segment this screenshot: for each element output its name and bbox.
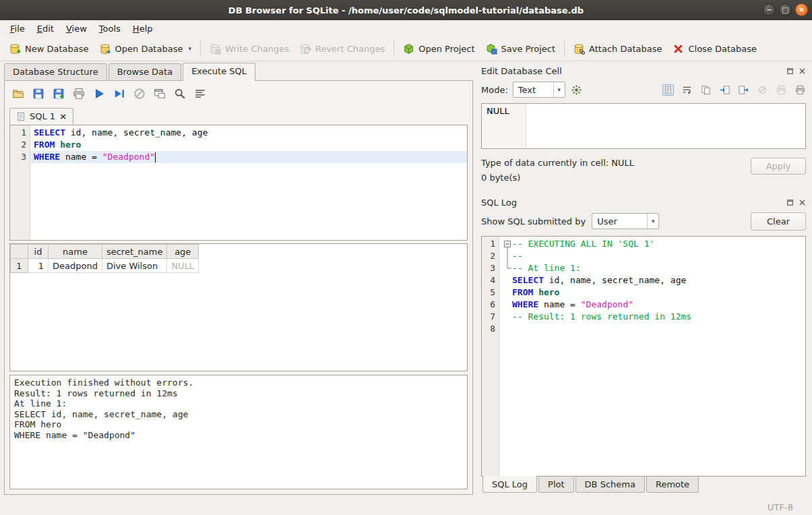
apply-format-icon[interactable] (570, 84, 583, 96)
code-line[interactable]: FROM hero (30, 139, 467, 151)
close-panel-icon[interactable] (799, 199, 806, 206)
line-number: 2 (10, 139, 26, 151)
token: -- EXECUTING ALL IN 'SQL 1' (512, 238, 654, 250)
revert-changes-label: Revert Changes (315, 44, 385, 54)
fold-start-icon[interactable] (503, 238, 512, 250)
table-cell[interactable]: NULL (167, 259, 199, 273)
export-cell-icon[interactable] (738, 84, 749, 96)
column-header-age[interactable]: age (167, 245, 199, 259)
save-project-button[interactable]: Save Project (480, 40, 561, 57)
editor-code-area[interactable]: SELECT id, name, secret_name, ageFROM he… (30, 125, 467, 240)
execute-all-icon[interactable] (93, 88, 105, 100)
minimize-button[interactable]: − (763, 3, 776, 16)
table-cell[interactable]: Deadpond (49, 259, 102, 273)
code-line[interactable]: FROM hero (499, 286, 805, 299)
cell-editor-area[interactable] (526, 104, 805, 148)
mode-select[interactable]: Text ▾ (513, 82, 565, 98)
sql-log-view[interactable]: 12345678 -- EXECUTING ALL IN 'SQL 1'----… (481, 236, 806, 477)
sql-toolbar (9, 86, 468, 104)
open-database-button[interactable]: Open Database▾ (94, 40, 197, 57)
fold-end-icon[interactable] (503, 262, 512, 274)
clear-button[interactable]: Clear (751, 212, 806, 231)
message-line: WHERE name = "Deadpond" (14, 430, 463, 441)
sql-log-header: SQL Log (481, 195, 806, 210)
token: -- At line 1: (512, 262, 581, 274)
close-tab-icon[interactable] (59, 113, 67, 121)
sql-editor[interactable]: 123 SELECT id, name, secret_name, ageFRO… (9, 125, 468, 241)
close-button[interactable]: × (795, 3, 808, 16)
column-header-id[interactable]: id (28, 245, 49, 259)
open-in-new-tab-icon[interactable] (154, 88, 166, 100)
tab-db-schema[interactable]: DB Schema (575, 477, 645, 493)
close-database-button[interactable]: Close Database (667, 40, 762, 57)
submitted-by-select[interactable]: User ▾ (592, 213, 659, 229)
code-line[interactable]: SELECT id, name, secret_name, age (499, 274, 805, 286)
sql-tab[interactable]: SQL 1 (9, 108, 73, 125)
menu-view[interactable]: View (60, 22, 93, 35)
tab-execute-sql[interactable]: Execute SQL (183, 63, 255, 81)
menu-help[interactable]: Help (127, 22, 159, 35)
undock-icon[interactable] (786, 67, 794, 75)
line-number: 4 (482, 274, 495, 286)
table-cell[interactable]: 1 (28, 259, 49, 273)
line-number: 1 (482, 238, 495, 250)
tab-browse-data[interactable]: Browse Data (108, 63, 182, 80)
code-line[interactable]: WHERE name = "Deadpond" (499, 299, 805, 311)
chevron-down-icon[interactable]: ▾ (188, 45, 191, 52)
code-line[interactable]: -- Result: 1 rows returned in 12ms (499, 311, 805, 323)
table-cell[interactable]: Dive Wilson (102, 259, 166, 273)
code-line[interactable]: WHERE name = "Deadpond" (30, 151, 467, 163)
token: id, name, secret_name, age (544, 274, 686, 286)
execute-current-line-icon[interactable] (113, 88, 125, 100)
save-sql-file-icon[interactable] (32, 88, 44, 100)
format-icon[interactable] (194, 88, 206, 100)
fold-margin (503, 299, 512, 311)
column-header-secret-name[interactable]: secret_name (102, 245, 166, 259)
print-icon[interactable] (73, 88, 85, 100)
corner-header (11, 245, 28, 259)
code-line[interactable]: -- (499, 250, 805, 262)
open-project-button[interactable]: Open Project (398, 40, 480, 57)
results-grid[interactable]: idnamesecret_nameage11DeadpondDive Wilso… (9, 243, 468, 371)
code-line[interactable]: SELECT id, name, secret_name, age (30, 127, 467, 139)
copy-cell-icon[interactable] (700, 84, 712, 96)
code-line[interactable]: -- At line 1: (499, 262, 805, 274)
message-line: SELECT id, name, secret_name, age (14, 409, 463, 420)
tab-plot[interactable]: Plot (538, 477, 574, 493)
revert-changes-button: Revert Changes (294, 40, 390, 57)
token: name = (538, 299, 581, 311)
code-line[interactable] (499, 323, 805, 335)
fold-mid-icon[interactable] (503, 250, 512, 262)
log-code-area[interactable]: -- EXECUTING ALL IN 'SQL 1'---- At line … (499, 237, 805, 476)
tab-sql-log[interactable]: SQL Log (482, 476, 537, 493)
sql-tabbar: SQL 1 (9, 106, 468, 125)
import-cell-icon[interactable] (719, 84, 730, 96)
close-panel-icon[interactable] (799, 67, 806, 75)
menu-tools[interactable]: Tools (93, 22, 127, 35)
tab-remote[interactable]: Remote (646, 477, 699, 493)
toolbar-separator (394, 40, 394, 57)
open-sql-file-icon[interactable] (12, 88, 24, 100)
cell-editor[interactable]: NULL (481, 103, 806, 149)
print-icon[interactable] (794, 84, 806, 96)
code-line[interactable]: -- EXECUTING ALL IN 'SQL 1' (499, 238, 805, 250)
text-view-icon[interactable] (662, 84, 674, 96)
find-replace-icon[interactable] (174, 88, 186, 100)
line-number: 8 (482, 323, 495, 335)
revert-changes-icon (300, 43, 311, 55)
maximize-button[interactable]: □ (779, 3, 792, 16)
row-header[interactable]: 1 (11, 259, 28, 273)
undock-icon[interactable] (786, 199, 794, 206)
tab-database-structure[interactable]: Database Structure (4, 63, 107, 80)
stop-icon (133, 88, 146, 100)
submitted-by-value: User (592, 216, 647, 226)
menu-edit[interactable]: Edit (31, 22, 60, 35)
word-wrap-icon[interactable] (681, 84, 693, 96)
column-header-name[interactable]: name (49, 245, 102, 259)
new-database-icon (9, 43, 21, 55)
attach-database-button[interactable]: Attach Database (568, 40, 667, 57)
save-as-icon[interactable] (53, 88, 65, 100)
menu-file[interactable]: File (4, 22, 31, 35)
new-database-button[interactable]: New Database (4, 40, 94, 57)
save-project-label: Save Project (501, 44, 556, 54)
